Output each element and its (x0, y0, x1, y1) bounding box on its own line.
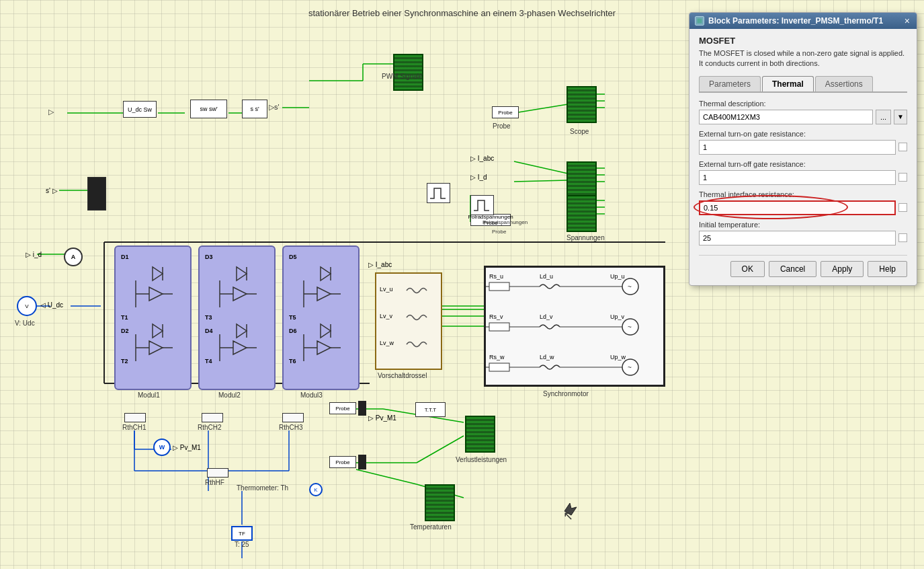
scope-matrix[interactable] (566, 86, 597, 123)
svg-marker-71 (237, 324, 247, 338)
apply-button[interactable]: Apply (821, 261, 864, 277)
id-arrow: ▷ I_d (470, 174, 487, 181)
rthch1-label: RthCH1 (122, 424, 146, 431)
vorschaltdrossel-label: Vorschaltdrossel (378, 372, 427, 379)
thermal-desc-input[interactable] (699, 110, 873, 124)
s-block[interactable]: s s' (242, 100, 267, 118)
initial-temp-checkbox[interactable] (898, 233, 907, 242)
svg-marker-69 (233, 341, 247, 354)
rthch3-label: RthCH3 (279, 424, 303, 431)
pvm1-arrow: ▷ Pv_M1 (173, 444, 201, 451)
thermal-resistance-checkbox[interactable] (898, 203, 907, 212)
dialog-tabs: Parameters Thermal Assertions (699, 76, 907, 93)
temp-matrix[interactable] (425, 484, 455, 521)
temperaturen-label: Temperaturen (410, 523, 452, 531)
svg-marker-83 (321, 324, 331, 338)
thermometer-label: Thermometer: Th (237, 484, 288, 492)
rthch1-block[interactable] (124, 413, 146, 422)
verlust-label: Verlustleistungen (456, 456, 507, 463)
thermal-desc-label: Thermal description: (699, 100, 907, 108)
dialog-title: Block Parameters: Inverter_PMSM_thermo/T… (708, 16, 883, 26)
thermal-resistance-label: Thermal interface resistance: (699, 190, 907, 198)
voltage-meter[interactable]: V (17, 296, 37, 316)
probe-label-1: Probe (493, 122, 511, 130)
ext-turnoff-checkbox[interactable] (898, 173, 907, 182)
vorschaltdrossel-block[interactable]: Lv_u Lv_v Lv_w (375, 272, 442, 370)
component-type-label: MOSFET (699, 36, 907, 46)
synchronmotor-label: Synchronmotor (543, 390, 589, 397)
thermal-desc-row: ... ▼ (699, 110, 907, 124)
tf-block[interactable]: TF (231, 526, 253, 541)
bus-connector-2 (358, 455, 366, 469)
svg-marker-53 (153, 267, 163, 280)
svg-marker-57 (149, 341, 163, 354)
svg-marker-65 (237, 267, 247, 280)
ext-turnon-checkbox[interactable] (898, 143, 907, 151)
ext-turnoff-input[interactable] (699, 170, 896, 185)
strome-matrix[interactable] (566, 161, 597, 198)
action-buttons-row: OK Cancel Apply Help (699, 255, 907, 277)
polrad-label: Polradspannungen (482, 219, 528, 225)
synchronmotor-block[interactable]: Rs_u Ld_u Up_u Rs_v Ld_v Up_v Rs_w Ld_w … (484, 266, 665, 387)
rthch3-block[interactable] (282, 413, 304, 422)
ext-turnoff-label: External turn-off gate resistance: (699, 160, 907, 168)
rthhf-label: RthHF (205, 479, 224, 486)
thermometer-block[interactable]: K (309, 483, 323, 496)
watt-meter[interactable]: W (153, 439, 171, 456)
ttt-block[interactable]: T.T.T (415, 402, 446, 417)
block-parameters-dialog: Block Parameters: Inverter_PMSM_thermo/T… (689, 12, 917, 286)
s-prime-arrow: ▷s' (269, 103, 280, 112)
ammeter-block[interactable]: A (64, 248, 83, 266)
bus-connector-1 (358, 401, 366, 416)
ext-turnon-label: External turn-on gate resistance: (699, 130, 907, 138)
svg-rect-87 (489, 363, 509, 371)
igbt-module-2[interactable]: T3 D3 T4 D4 (198, 245, 276, 390)
svg-marker-51 (149, 287, 163, 301)
igbt-module-1[interactable]: T1 D1 T2 D2 (114, 245, 192, 390)
initial-temp-input[interactable] (699, 231, 896, 245)
svg-marker-75 (317, 287, 331, 301)
pulse-block-2[interactable] (470, 195, 494, 215)
sw-block[interactable]: sw sw' (190, 100, 227, 118)
dialog-close-button[interactable]: × (903, 16, 911, 26)
svg-marker-77 (321, 267, 331, 280)
cancel-button[interactable]: Cancel (769, 261, 816, 277)
thermal-resistance-row (699, 200, 907, 215)
iabc-arrow: ▷ I_abc (470, 155, 494, 162)
modul3-label: Modul3 (300, 391, 323, 399)
s-prime-block-left[interactable] (87, 177, 106, 211)
probe-block-bottom-1[interactable]: Probe (329, 402, 356, 414)
canvas-title: stationärer Betrieb einer Synchronmaschi… (308, 8, 616, 18)
udc-out-arrow: ◁ U_dc (40, 301, 63, 309)
thermal-resistance-input[interactable] (699, 200, 896, 215)
tab-parameters[interactable]: Parameters (699, 76, 761, 91)
modul2-label: Modul2 (218, 391, 241, 399)
svg-text:~: ~ (628, 283, 632, 291)
svg-marker-59 (153, 324, 163, 338)
igbt-module-3[interactable]: T5 D5 T6 D6 (282, 245, 360, 390)
thermal-desc-dots-button[interactable]: ... (876, 110, 891, 124)
ext-turnoff-row (699, 170, 907, 185)
udc-source-arrow: ▷ (48, 108, 54, 116)
probe-block-1[interactable]: Probe (492, 106, 519, 118)
id-left-arrow: ▷ i_d (26, 251, 42, 258)
help-button[interactable]: Help (868, 261, 907, 277)
s-prime-left-label: s' ▷ (46, 187, 58, 194)
pwm-signale-label: PWM Signale (382, 73, 423, 80)
probe-block-bottom-2[interactable]: Probe (329, 456, 356, 468)
svg-text:~: ~ (628, 364, 632, 371)
ext-turnon-input[interactable] (699, 140, 896, 155)
tab-assertions[interactable]: Assertions (815, 76, 873, 91)
verlust-matrix[interactable] (465, 416, 495, 453)
polrad-probe-label: Probe (492, 229, 506, 235)
pulse-block-1[interactable] (427, 183, 450, 203)
ok-button[interactable]: OK (730, 261, 765, 277)
rthhf-block[interactable] (207, 468, 228, 478)
rthch2-block[interactable] (202, 413, 223, 422)
spannungen-label: Spannungen (566, 234, 605, 241)
udc-block[interactable]: U_dc Sw (123, 101, 157, 118)
tab-thermal[interactable]: Thermal (762, 76, 814, 91)
spannungen-matrix[interactable] (566, 195, 597, 232)
dialog-icon (695, 16, 704, 26)
thermal-desc-dropdown-button[interactable]: ▼ (894, 110, 907, 124)
